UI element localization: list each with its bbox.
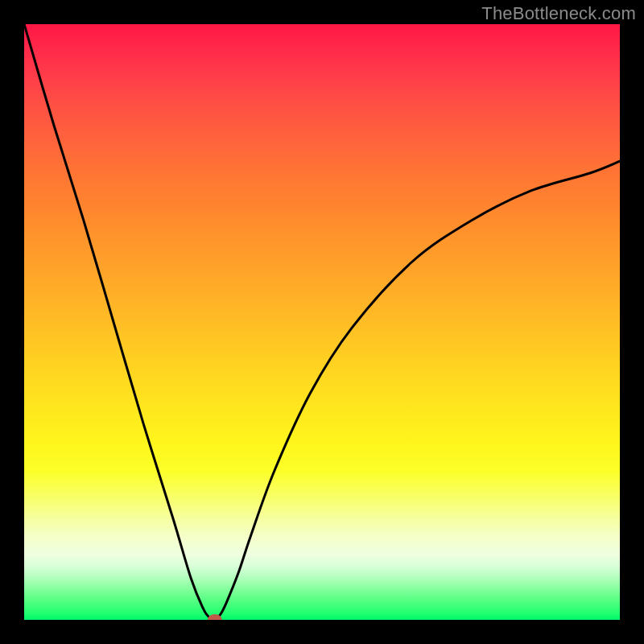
plot-area [24,24,620,620]
curve-svg [24,24,620,620]
bottleneck-curve [24,24,620,620]
watermark-text: TheBottleneck.com [481,3,636,24]
chart-frame: TheBottleneck.com [0,0,644,644]
